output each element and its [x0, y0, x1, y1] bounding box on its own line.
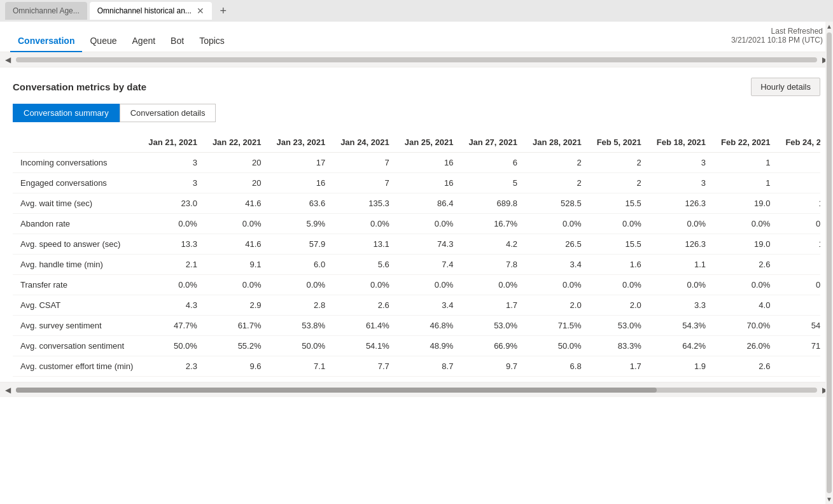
scroll-left-arrow-bottom[interactable]: ◀ — [3, 386, 13, 395]
metrics-table: Jan 21, 2021Jan 22, 2021Jan 23, 2021Jan … — [13, 132, 820, 377]
hourly-details-button[interactable]: Hourly details — [751, 78, 820, 96]
metric-value: 0.0% — [713, 275, 778, 295]
metric-value: 2 — [525, 173, 589, 193]
metric-value: 16 — [269, 173, 333, 193]
horizontal-scrollbar-bottom[interactable]: ◀ ▶ — [0, 382, 833, 397]
metric-value: 19.0 — [713, 234, 778, 255]
sub-tab-buttons: Conversation summary Conversation detail… — [13, 104, 820, 122]
metric-value: 17 — [269, 153, 333, 173]
metric-value: 46.8% — [397, 316, 461, 336]
metric-value: 50.0% — [269, 336, 333, 356]
metric-value: 61.7% — [205, 316, 269, 336]
metric-value: 7.8 — [461, 255, 525, 275]
metric-value: 2.1 — [141, 255, 205, 275]
browser-tab-inactive[interactable]: Omnichannel Age... — [5, 2, 87, 20]
scroll-v-track — [827, 32, 832, 493]
add-tab-button[interactable]: + — [214, 2, 232, 20]
metric-label: Avg. survey sentiment — [13, 316, 141, 336]
metric-value: 15.5 — [589, 234, 649, 255]
metric-value: 0.0% — [397, 275, 461, 295]
metric-value: 2 — [525, 153, 589, 173]
metric-value: 2 — [589, 153, 649, 173]
metric-value: 1.7 — [461, 295, 525, 316]
scroll-left-arrow[interactable]: ◀ — [3, 55, 13, 64]
metric-value: 3 — [649, 173, 713, 193]
metric-value: 0.0% — [461, 275, 525, 295]
close-icon[interactable]: ✕ — [197, 6, 204, 16]
scroll-up-arrow[interactable]: ▲ — [825, 22, 833, 31]
metric-value: 3 — [141, 153, 205, 173]
metric-label: Incoming conversations — [13, 153, 141, 173]
table-row: Incoming conversations320177166223135 — [13, 153, 820, 173]
metric-value: 71.5% — [525, 316, 589, 336]
date-column-header: Jan 21, 2021 — [141, 132, 205, 153]
metric-value: 2.6 — [713, 255, 778, 275]
last-refreshed-label: Last Refreshed — [731, 27, 823, 36]
metric-value: 0.0% — [397, 214, 461, 234]
metric-value: 1 — [713, 153, 778, 173]
metric-value: 54.1% — [333, 336, 397, 356]
metric-value: 55.2% — [205, 336, 269, 356]
metric-value: 9.7 — [461, 356, 525, 377]
metric-value: 53.8% — [269, 316, 333, 336]
metric-value: 74.3 — [397, 234, 461, 255]
metric-value: 2.6 — [713, 356, 778, 377]
last-refreshed-value: 3/21/2021 10:18 PM (UTC) — [731, 36, 823, 45]
metric-value: 54.3% — [649, 316, 713, 336]
metric-value: 3 — [778, 153, 820, 173]
metric-label: Transfer rate — [13, 275, 141, 295]
metric-value: 86.4 — [397, 193, 461, 214]
metric-value: 7.1 — [269, 356, 333, 377]
metric-label: Avg. speed to answer (sec) — [13, 234, 141, 255]
vertical-scrollbar[interactable]: ▲ ▼ — [825, 22, 833, 504]
metric-value: 4.2 — [461, 234, 525, 255]
metric-value: 70.0% — [713, 316, 778, 336]
metric-value: 0.0% — [525, 214, 589, 234]
metric-label: Abandon rate — [13, 214, 141, 234]
horizontal-scrollbar-top[interactable]: ◀ ▶ — [0, 52, 833, 67]
nav-item-queue[interactable]: Queue — [82, 31, 124, 52]
metric-label: Avg. handle time (min) — [13, 255, 141, 275]
conversation-summary-tab[interactable]: Conversation summary — [13, 104, 120, 122]
metric-value: 20 — [205, 173, 269, 193]
metric-value: 63.6 — [269, 193, 333, 214]
nav-item-conversation[interactable]: Conversation — [10, 31, 82, 52]
table-row: Avg. handle time (min)2.19.16.05.67.47.8… — [13, 255, 820, 275]
metric-value: 13.3 — [141, 234, 205, 255]
metric-value: 6.8 — [525, 356, 589, 377]
metric-value: 689.8 — [461, 193, 525, 214]
scroll-down-arrow[interactable]: ▼ — [825, 494, 833, 504]
metric-value: 0.0% — [333, 214, 397, 234]
metric-value: 53.0% — [589, 316, 649, 336]
nav-item-bot[interactable]: Bot — [163, 31, 192, 52]
metric-value: 1.7 — [589, 356, 649, 377]
date-column-header: Jan 22, 2021 — [205, 132, 269, 153]
conversation-details-tab[interactable]: Conversation details — [120, 104, 216, 122]
metric-label: Engaged conversations — [13, 173, 141, 193]
metric-value: 83.3% — [589, 336, 649, 356]
metric-value: 3.4 — [525, 255, 589, 275]
metric-value: 7 — [333, 153, 397, 173]
date-column-header: Jan 28, 2021 — [525, 132, 589, 153]
nav-item-topics[interactable]: Topics — [192, 31, 232, 52]
metric-value: 0.0% — [141, 214, 205, 234]
nav-item-agent[interactable]: Agent — [125, 31, 164, 52]
metric-value: 26.5 — [525, 234, 589, 255]
main-content: ◀ ▶ Conversation metrics by date Hourly … — [0, 52, 833, 504]
table-row: Avg. survey sentiment47.7%61.7%53.8%61.4… — [13, 316, 820, 336]
metric-value: 5.6 — [333, 255, 397, 275]
tab-label-active: Omnichannel historical an... — [97, 6, 192, 15]
metric-value: 57.9 — [269, 234, 333, 255]
metric-value: 0.9 — [778, 255, 820, 275]
metric-label: Avg. wait time (sec) — [13, 193, 141, 214]
table-row: Avg. speed to answer (sec)13.341.657.913… — [13, 234, 820, 255]
browser-tab-bar: Omnichannel Age... Omnichannel historica… — [0, 0, 833, 22]
metric-value: 11.0 — [778, 234, 820, 255]
metric-value: 5 — [461, 173, 525, 193]
metric-value: 71.2% — [778, 336, 820, 356]
table-row: Transfer rate0.0%0.0%0.0%0.0%0.0%0.0%0.0… — [13, 275, 820, 295]
metric-value: 41.6 — [205, 234, 269, 255]
browser-tab-active[interactable]: Omnichannel historical an... ✕ — [90, 2, 212, 20]
metric-value: 2.6 — [333, 295, 397, 316]
metric-value: 4.0 — [778, 295, 820, 316]
